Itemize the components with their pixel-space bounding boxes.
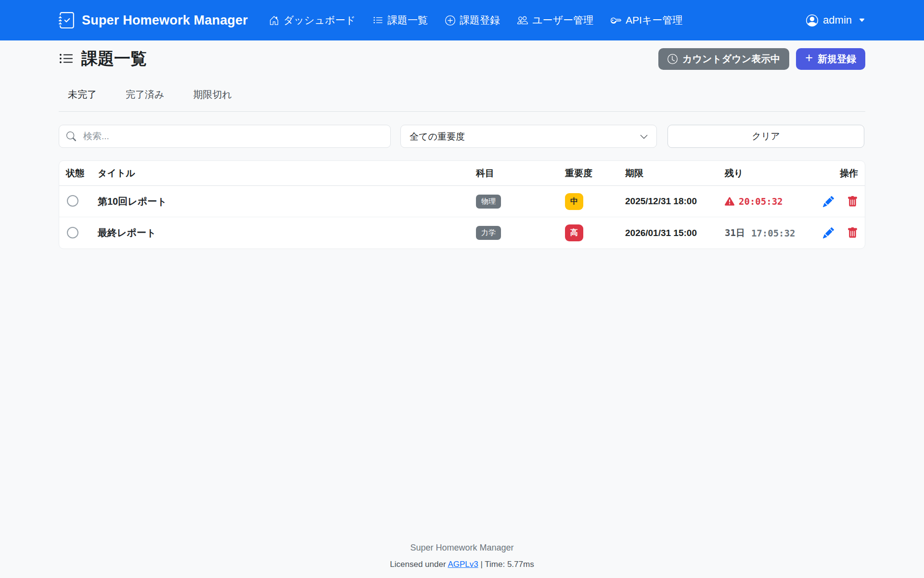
new-assignment-button[interactable]: + 新規登録	[796, 48, 865, 70]
pencil-icon	[823, 196, 834, 207]
plus-circle-icon	[445, 15, 455, 26]
list-icon	[373, 15, 383, 26]
table-row: 第10回レポート 物理 中 2025/12/31 18:00 20:05:32	[59, 186, 865, 217]
page-footer: Super Homework Manager Licensed under AG…	[0, 543, 924, 578]
remaining-time: 17:05:32	[751, 228, 796, 238]
footer-license-prefix: Licensed under	[390, 560, 446, 569]
status-toggle[interactable]	[67, 227, 78, 238]
nav-user-management[interactable]: ユーザー管理	[517, 13, 593, 27]
remaining-time: 20:05:32	[739, 196, 783, 207]
filter-bar: 全ての重要度 クリア	[59, 125, 865, 148]
tab-incomplete[interactable]: 未完了	[59, 83, 106, 111]
col-header-priority: 重要度	[565, 167, 619, 180]
clear-filters-button[interactable]: クリア	[667, 125, 864, 148]
edit-button[interactable]	[823, 196, 834, 207]
countdown-toggle-label: カウントダウン表示中	[682, 53, 780, 66]
trash-icon	[847, 196, 858, 207]
col-header-actions: 操作	[819, 167, 858, 180]
page-title: 課題一覧	[59, 48, 147, 70]
house-icon	[269, 15, 279, 26]
nav-api-key-management[interactable]: APIキー管理	[611, 13, 682, 27]
clock-icon	[667, 54, 678, 64]
priority-badge: 高	[565, 224, 583, 241]
brand-title: Super Homework Manager	[82, 13, 248, 28]
priority-select-wrap: 全ての重要度	[400, 125, 657, 148]
subject-badge: 物理	[476, 195, 501, 209]
nav-assignment-register-label: 課題登録	[460, 13, 500, 27]
key-icon	[611, 15, 621, 26]
main-nav: ダッシュボード 課題一覧 課題登録 ユーザー管理 APIキー管理	[269, 13, 682, 27]
nav-dashboard[interactable]: ダッシュボード	[269, 13, 356, 27]
edit-button[interactable]	[823, 227, 834, 238]
delete-button[interactable]	[847, 196, 858, 207]
pencil-icon	[823, 227, 834, 238]
footer-app-name: Super Homework Manager	[0, 543, 924, 553]
subject-badge: 力学	[476, 226, 501, 240]
warning-triangle-icon	[725, 197, 734, 206]
search-input[interactable]	[59, 125, 391, 148]
tab-overdue[interactable]: 期限切れ	[184, 83, 241, 111]
trash-icon	[847, 227, 858, 238]
top-navbar: Super Homework Manager ダッシュボード 課題一覧 課題登録…	[0, 0, 924, 40]
status-toggle[interactable]	[67, 195, 78, 207]
user-name: admin	[823, 14, 852, 26]
col-header-remaining: 残り	[725, 167, 813, 180]
remaining-countdown: 31日 17:05:32	[725, 227, 813, 239]
tab-completed[interactable]: 完了済み	[116, 83, 173, 111]
delete-button[interactable]	[847, 227, 858, 238]
page-header: 課題一覧 カウントダウン表示中 + 新規登録	[59, 48, 865, 70]
footer-meta: Licensed under AGPLv3 | Time: 5.77ms	[0, 560, 924, 569]
status-tabs: 未完了 完了済み 期限切れ	[59, 83, 865, 112]
col-header-deadline: 期限	[625, 167, 719, 180]
plus-icon: +	[805, 52, 813, 65]
table-row: 最終レポート 力学 高 2026/01/31 15:00 31日 17:05:3…	[59, 217, 865, 249]
user-menu[interactable]: admin	[806, 14, 865, 26]
search-field-wrap	[59, 125, 391, 148]
users-icon	[517, 15, 528, 26]
main-content: 課題一覧 カウントダウン表示中 + 新規登録 未完了 完了済み 期限切れ	[0, 40, 924, 249]
journal-check-icon	[59, 12, 75, 28]
list-icon	[59, 52, 74, 66]
countdown-toggle-button[interactable]: カウントダウン表示中	[658, 48, 789, 70]
footer-license-suffix: | Time: 5.77ms	[480, 560, 534, 569]
assignment-title: 最終レポート	[98, 226, 470, 239]
assignments-table: 状態 タイトル 科目 重要度 期限 残り 操作 第10回レポート 物理 中 20…	[59, 160, 865, 249]
nav-user-management-label: ユーザー管理	[532, 13, 593, 27]
col-header-title: タイトル	[98, 167, 470, 180]
nav-assignment-list-label: 課題一覧	[387, 13, 428, 27]
page-title-text: 課題一覧	[81, 48, 147, 70]
nav-api-key-management-label: APIキー管理	[626, 13, 682, 27]
row-actions	[819, 196, 858, 207]
brand[interactable]: Super Homework Manager	[59, 12, 248, 28]
col-header-status: 状態	[66, 167, 92, 180]
priority-badge: 中	[565, 193, 583, 210]
remaining-days: 31日	[725, 227, 745, 239]
remaining-countdown: 20:05:32	[725, 196, 813, 207]
nav-dashboard-label: ダッシュボード	[283, 13, 356, 27]
new-assignment-label: 新規登録	[818, 53, 856, 66]
row-actions	[819, 227, 858, 238]
priority-select[interactable]: 全ての重要度	[400, 125, 657, 148]
footer-license-link[interactable]: AGPLv3	[448, 560, 478, 569]
nav-assignment-list[interactable]: 課題一覧	[373, 13, 428, 27]
col-header-subject: 科目	[476, 167, 559, 180]
search-icon	[66, 131, 76, 141]
caret-down-icon	[859, 17, 865, 24]
deadline-text: 2025/12/31 18:00	[625, 196, 719, 207]
nav-assignment-register[interactable]: 課題登録	[445, 13, 500, 27]
person-circle-icon	[806, 14, 818, 26]
table-header-row: 状態 タイトル 科目 重要度 期限 残り 操作	[59, 161, 865, 186]
deadline-text: 2026/01/31 15:00	[625, 228, 719, 238]
assignment-title: 第10回レポート	[98, 195, 470, 208]
header-actions: カウントダウン表示中 + 新規登録	[658, 48, 865, 70]
